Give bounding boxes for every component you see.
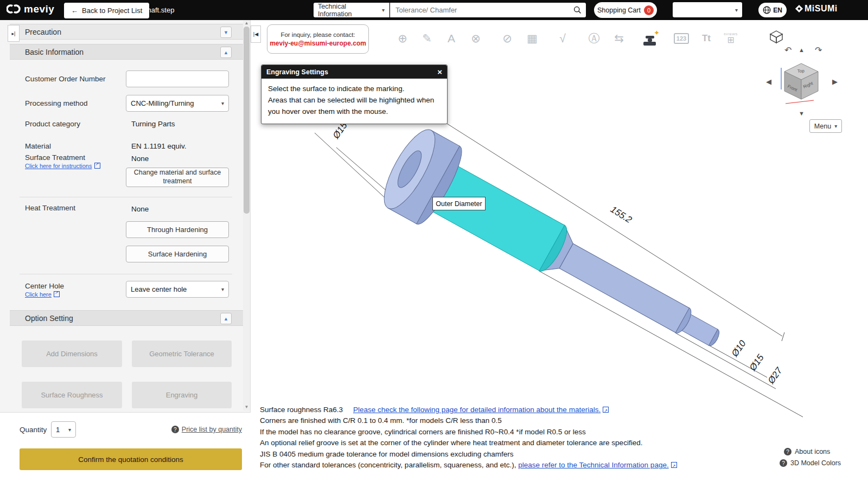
view-left-arrow[interactable]: ◀ xyxy=(766,78,771,86)
about-icons-link[interactable]: ? About icons xyxy=(784,448,830,455)
center-hole-value: Leave center hole xyxy=(131,285,187,293)
edit-dimension-icon[interactable]: ✎ xyxy=(416,27,438,50)
hide-dimension-icon[interactable]: ⊘ xyxy=(496,27,518,50)
cart-label: Shopping Cart xyxy=(597,7,641,14)
basic-information-label: Basic Information xyxy=(25,48,84,56)
shopping-cart-button[interactable]: Shopping Cart 0 xyxy=(594,2,657,18)
meviy-logo-icon xyxy=(7,3,21,15)
glyph: Ⓐ xyxy=(589,31,600,46)
engraving-settings-popup: Engraving Settings × Select the surface … xyxy=(261,65,448,124)
basic-information-collapse-button[interactable]: ▲ xyxy=(220,47,232,58)
language-code: EN xyxy=(773,7,782,14)
price-list-label: Price list by quantity xyxy=(182,426,242,433)
view-right-arrow[interactable]: ▶ xyxy=(832,78,838,86)
chevron-down-icon: ▾ xyxy=(68,427,71,433)
datum-target-icon[interactable]: ⊕ xyxy=(392,27,413,50)
about-icons-label: About icons xyxy=(795,448,830,455)
language-button[interactable]: EN xyxy=(758,3,787,17)
search-input[interactable] xyxy=(394,5,573,15)
view-cube[interactable]: Top Front Right xyxy=(778,58,825,108)
contact-email[interactable]: meviy-eu@misumi-europe.com xyxy=(270,40,366,47)
sidebar: Precaution ▼ Basic Information ▲ Custome… xyxy=(0,20,251,488)
brand-text: meviy xyxy=(24,3,54,15)
delete-dimension-icon[interactable]: ⊗ xyxy=(465,27,487,50)
glyph: ✎ xyxy=(422,32,432,45)
processing-method-select[interactable]: CNC-Milling/Turning ▾ xyxy=(126,95,229,112)
surface-tooltip: Outer Diameter xyxy=(432,197,486,210)
project-select[interactable]: ▾ xyxy=(673,2,742,17)
technical-information-select[interactable]: Technical Information ▾ xyxy=(314,3,390,17)
section-header-precaution[interactable]: Precaution xyxy=(10,24,243,40)
question-icon: ? xyxy=(784,448,792,455)
external-link-icon xyxy=(603,407,609,413)
menu-button[interactable]: Menu ▾ xyxy=(809,119,842,133)
price-list-link[interactable]: ? Price list by quantity xyxy=(171,426,242,433)
note-line: Surface roughness Ra6.3 Please check the… xyxy=(260,404,677,415)
text-style-icon[interactable]: Tt xyxy=(695,27,717,50)
back-button-label: Back to Project List xyxy=(82,7,142,15)
add-dimensions-button[interactable]: Add Dimensions xyxy=(22,341,122,367)
frame-text-icon[interactable]: Ⓐ xyxy=(583,27,605,50)
technical-information-link[interactable]: please refer to the Technical Informatio… xyxy=(518,461,668,469)
note-line: Corners are finished with C/R 0.1 to 0.4… xyxy=(260,415,677,426)
surface-treatment-instructions-link[interactable]: Click here for instructions xyxy=(25,163,100,169)
materials-info-link[interactable]: Please check the following page for deta… xyxy=(353,406,601,414)
search-icon[interactable] xyxy=(573,6,582,14)
quantity-select[interactable]: 1 ▾ xyxy=(51,421,76,438)
sidebar-scrollbar[interactable]: ▲ ▼ xyxy=(243,20,250,410)
sidebar-collapse-handle[interactable]: ▸| xyxy=(8,25,20,42)
confirm-quotation-button[interactable]: Confirm the quotation conditions xyxy=(20,448,242,470)
precaution-expand-button[interactable]: ▼ xyxy=(220,27,232,38)
geometric-tolerance-button[interactable]: Geometric Tolerance xyxy=(132,341,232,367)
through-hardening-label: Through Hardening xyxy=(147,226,208,234)
popup-title: Engraving Settings xyxy=(266,68,328,76)
views-icon[interactable]: 6VIEWS ⊞ xyxy=(720,27,742,50)
customer-order-number-input[interactable] xyxy=(126,70,229,87)
change-material-button[interactable]: Change material and surface treatment xyxy=(126,168,229,187)
scrollbar-thumb[interactable] xyxy=(244,27,250,214)
engraving-icon[interactable]: ✦ xyxy=(639,27,661,50)
meviy-logo[interactable]: meviy xyxy=(7,3,54,15)
topbar: meviy ← Back to Project List shaft.step … xyxy=(0,0,868,20)
menu-label: Menu xyxy=(814,123,831,130)
cart-count-badge: 0 xyxy=(644,5,654,15)
center-hole-link[interactable]: Click here xyxy=(25,291,60,298)
section-header-option-setting[interactable]: Option Setting xyxy=(10,310,243,326)
precaution-label: Precaution xyxy=(25,28,61,36)
contact-text: For inquiry, please contact: xyxy=(280,31,355,38)
close-icon[interactable]: × xyxy=(437,67,442,76)
note-line: For other standard tolerances (concentri… xyxy=(260,460,677,471)
numbering-icon[interactable]: 123 xyxy=(671,27,692,50)
view-up-arrow[interactable]: ▲ xyxy=(799,47,805,53)
center-hole-select[interactable]: Leave center hole ▾ xyxy=(126,281,229,298)
back-to-project-list-button[interactable]: ← Back to Project List xyxy=(64,3,149,18)
product-category-label: Product category xyxy=(25,120,80,128)
note-text: For other standard tolerances (concentri… xyxy=(260,461,516,469)
cube-face-top: Top xyxy=(797,68,805,74)
chevron-down-icon: ▼ xyxy=(224,30,228,35)
fit-tolerance-icon[interactable]: ⇆ xyxy=(608,27,630,50)
main-collapse-handle[interactable]: |◀ xyxy=(251,25,261,43)
option-setting-collapse-button[interactable]: ▲ xyxy=(220,313,232,324)
shaft-model[interactable] xyxy=(375,123,739,378)
rotate-left-icon[interactable]: ↶ xyxy=(784,45,792,55)
rotate-right-icon[interactable]: ↷ xyxy=(815,45,822,55)
through-hardening-button[interactable]: Through Hardening xyxy=(126,221,229,238)
heat-treatment-label: Heat Treatment xyxy=(25,204,75,212)
surface-hardening-button[interactable]: Surface Hardening xyxy=(126,246,229,262)
hole-pattern-icon[interactable]: ▦ xyxy=(521,27,543,50)
isometric-view-icon[interactable] xyxy=(769,30,783,44)
surface-roughness-button[interactable]: Surface Roughness xyxy=(22,382,122,408)
material-value: EN 1.1191 equiv. xyxy=(131,142,187,150)
chevron-up-icon: ▲ xyxy=(224,50,228,55)
surface-roughness-icon[interactable]: √ xyxy=(552,27,573,50)
dim-d10: Ø10 xyxy=(729,338,748,359)
view-down-arrow[interactable]: ▼ xyxy=(799,110,805,117)
model-colors-link[interactable]: ? 3D Model Colors xyxy=(780,459,841,467)
scroll-down-arrow[interactable]: ▼ xyxy=(243,404,250,410)
surface-treatment-label: Surface Treatment xyxy=(25,153,85,162)
engraving-button[interactable]: Engraving xyxy=(132,382,232,408)
text-dimension-icon[interactable]: A xyxy=(441,27,462,50)
scroll-up-arrow[interactable]: ▲ xyxy=(243,20,250,27)
section-header-basic-information[interactable]: Basic Information xyxy=(10,44,243,60)
